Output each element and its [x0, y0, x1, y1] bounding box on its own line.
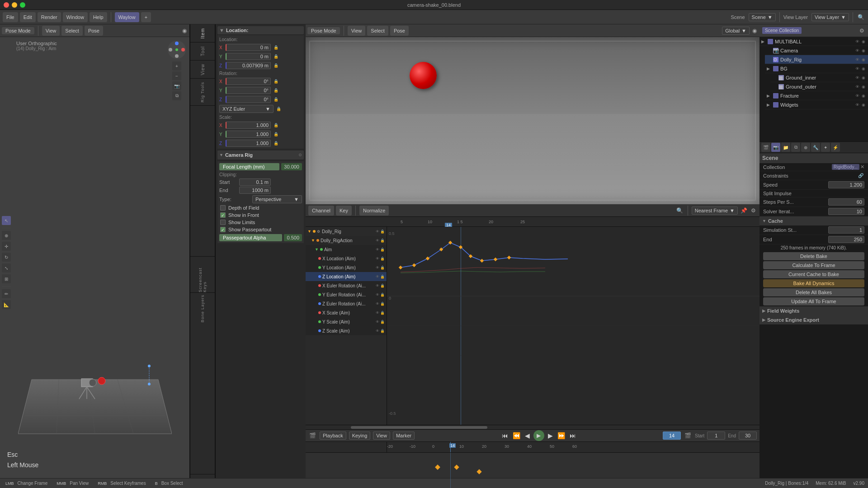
location-z-lock[interactable]: 🔒 — [273, 62, 279, 69]
cam-pose-btn[interactable]: Pose — [390, 26, 409, 36]
next-keyframe-btn[interactable]: ⏩ — [557, 431, 566, 440]
show-limits-checkbox[interactable] — [220, 220, 226, 225]
rotation-z-field[interactable] — [226, 96, 271, 103]
delete-all-bakes-btn[interactable]: Delete All Bakes — [763, 288, 864, 296]
scene-dropdown[interactable]: Scene ▼ — [749, 13, 776, 21]
menu-render[interactable]: Render — [38, 12, 61, 22]
keying-btn[interactable]: Keying — [349, 432, 371, 440]
location-x-field[interactable] — [226, 44, 271, 51]
dof-checkbox[interactable] — [220, 205, 226, 211]
sim-start-field[interactable] — [828, 226, 864, 234]
tl-view-btn[interactable]: View — [373, 432, 390, 440]
sc-dolly-rig[interactable]: ⚙ Dolly_Rig 👁 ◉ — [765, 55, 868, 64]
show-passepartout-checkbox[interactable] — [220, 227, 226, 232]
key-menu[interactable]: Key — [336, 206, 352, 216]
start-frame-input[interactable] — [707, 432, 725, 440]
multiball-vis[interactable]: 👁 — [854, 39, 860, 44]
play-pause-btn[interactable]: ▶ — [533, 430, 544, 441]
keyframe-4[interactable] — [435, 465, 440, 469]
scale-z-lock[interactable]: 🔒 — [273, 140, 279, 146]
wid-vis[interactable]: 👁 — [854, 102, 860, 108]
scene-section-header[interactable]: Scene — [760, 153, 868, 163]
dr-render[interactable]: ◉ — [861, 57, 866, 62]
playback-btn[interactable]: Playback — [320, 432, 346, 440]
dr-lock[interactable]: 🔒 — [380, 230, 385, 234]
channel-z-scale-aim[interactable]: Z Scale (Aim) 👁 🔒 — [306, 326, 387, 335]
update-all-to-frame-btn[interactable]: Update All To Frame — [763, 297, 864, 305]
tool-cursor[interactable]: ⊕ — [2, 231, 11, 240]
channel-y-scale-aim[interactable]: Y Scale (Aim) 👁 🔒 — [306, 317, 387, 326]
constraints-icon[interactable]: 🔗 — [857, 172, 864, 179]
next-frame-btn[interactable]: ▶ — [547, 431, 554, 440]
channel-z-loc-aim[interactable]: Z Location (Aim) 👁 🔒 — [306, 272, 387, 281]
passepartout-alpha-btn[interactable]: Passepartout Alpha — [219, 234, 282, 241]
bg-render[interactable]: ◉ — [861, 66, 866, 71]
select-menu-btn[interactable]: Select — [61, 26, 83, 36]
current-cache-to-bake-btn[interactable]: Current Cache to Bake — [763, 270, 864, 278]
minimize-button[interactable] — [12, 2, 17, 8]
zoom-out-btn[interactable]: − — [172, 71, 181, 80]
graph-area[interactable]: 0.5 0 -0.5 — [387, 227, 760, 425]
close-button[interactable] — [4, 2, 9, 8]
frac-render[interactable]: ◉ — [861, 93, 866, 99]
sc-ground-inner[interactable]: ▦ Ground_inner 👁 ◉ — [770, 73, 868, 82]
menu-help[interactable]: Help — [90, 12, 107, 22]
tool-move[interactable]: ✛ — [2, 242, 11, 251]
marker-btn[interactable]: Marker — [393, 432, 415, 440]
jump-end-btn[interactable]: ⏭ — [569, 431, 577, 440]
tool-measure[interactable]: 📐 — [2, 300, 11, 309]
rot-mode-lock[interactable]: 🔒 — [275, 106, 282, 112]
timeline-scene-btn[interactable]: 🎬 — [308, 432, 317, 440]
scene-collection-tab[interactable]: Scene Collection — [762, 27, 802, 34]
tool-tab[interactable]: Tool — [190, 42, 215, 61]
camera-render[interactable]: ◉ — [861, 48, 866, 53]
collection-close-btn[interactable]: ✕ — [860, 164, 864, 170]
camera-view-btn[interactable]: 📷 — [172, 81, 181, 90]
rotation-x-field[interactable] — [226, 78, 271, 85]
delete-bake-btn[interactable]: Delete Bake — [763, 252, 864, 260]
output-props-btn[interactable]: 📁 — [781, 143, 790, 152]
cam-pose-mode-btn[interactable]: Pose Mode — [307, 27, 340, 34]
tool-select[interactable]: ↖ — [2, 216, 11, 225]
clipping-start-field[interactable] — [239, 178, 271, 186]
graph-scroll-thumb[interactable] — [351, 426, 487, 429]
channel-y-loc-aim[interactable]: Y Location (Aim) 👁 🔒 — [306, 263, 387, 272]
scene-frame-btn[interactable]: 🎬 — [684, 432, 692, 440]
sc-multiball[interactable]: ▶ MULTIBALL 👁 ◉ — [760, 37, 868, 46]
scale-y-field[interactable] — [226, 131, 271, 138]
left-3d-viewport[interactable]: ↖ ⊕ ✛ ↻ ⤡ ⊞ ✏ 📐 User Orthographic (14) D… — [0, 37, 189, 488]
scene-props-btn[interactable]: 🎬 — [761, 143, 770, 152]
focal-length-value[interactable]: 30.000 — [281, 163, 302, 170]
rot-mode-dropdown[interactable]: XYZ Euler ▼ — [219, 105, 274, 113]
particles-props-btn[interactable]: ✦ — [821, 143, 830, 152]
graph-filter-btn[interactable]: ⚙ — [750, 206, 757, 215]
location-y-field[interactable] — [226, 53, 271, 60]
focal-length-btn[interactable]: Focal Length (mm) — [219, 163, 279, 170]
view-menu-btn[interactable]: View — [42, 26, 60, 36]
clipping-end-field[interactable] — [239, 187, 271, 194]
dr-vis[interactable]: 👁 — [854, 57, 860, 62]
aim-lock[interactable]: 🔒 — [380, 248, 385, 252]
go-render[interactable]: ◉ — [861, 84, 866, 89]
end-frame-input[interactable] — [739, 432, 757, 440]
orbit-gizmo[interactable] — [168, 41, 186, 59]
pose-mode-btn[interactable]: Pose Mode — [2, 27, 34, 34]
type-dropdown[interactable]: Perspective ▼ — [252, 195, 302, 203]
object-props-btn[interactable]: ⊕ — [801, 143, 810, 152]
camera-vis[interactable]: 👁 — [854, 48, 860, 53]
graph-scrollbar[interactable] — [306, 425, 760, 429]
maximize-button[interactable] — [20, 2, 25, 8]
cache-end-field[interactable] — [828, 236, 864, 243]
zoom-in-btn[interactable]: + — [172, 61, 181, 70]
rotation-x-lock[interactable]: 🔒 — [273, 78, 279, 84]
location-z-field[interactable] — [226, 62, 271, 69]
wid-render[interactable]: ◉ — [861, 102, 866, 108]
scale-y-lock[interactable]: 🔒 — [273, 131, 279, 137]
tool-scale[interactable]: ⤡ — [2, 263, 11, 272]
rotation-y-field[interactable] — [226, 87, 271, 94]
workspace-waylow[interactable]: Waylow — [115, 12, 139, 22]
jump-start-btn[interactable]: ⏮ — [501, 431, 509, 440]
channel-y-rot-aim[interactable]: Y Euler Rotation (Ai... 👁 🔒 — [306, 290, 387, 299]
rotation-y-lock[interactable]: 🔒 — [273, 87, 279, 94]
current-frame-input[interactable] — [663, 432, 681, 440]
